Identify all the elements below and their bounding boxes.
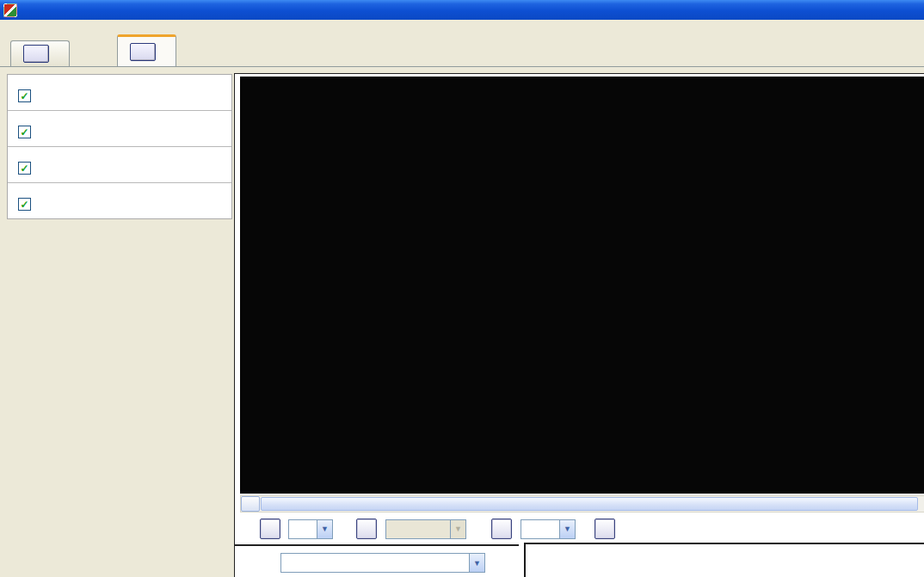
chart-panel: ▼ ▼ ▼ ▼ — [234, 73, 924, 577]
g-hotkey-button[interactable] — [260, 519, 280, 539]
wskaznik-select[interactable]: ▼ — [385, 519, 466, 539]
signal-checkbox[interactable]: ✓ — [18, 126, 31, 138]
signal-cisnienie: ✓ — [8, 111, 231, 147]
x-axis-labels — [240, 479, 924, 494]
signal-list: ✓ ✓ ✓ — [7, 74, 232, 219]
wykresy-select[interactable]: ▼ — [288, 519, 333, 539]
f11-key-icon — [23, 45, 49, 63]
tab-wykres[interactable] — [117, 34, 176, 66]
file-row: ▼ — [235, 544, 519, 577]
f5-key-icon — [130, 43, 156, 61]
title-bar — [0, 0, 924, 20]
scroll-left-button[interactable] — [241, 496, 260, 512]
chevron-down-icon[interactable]: ▼ — [450, 520, 465, 538]
chevron-down-icon[interactable]: ▼ — [317, 520, 332, 538]
chevron-down-icon[interactable]: ▼ — [559, 520, 575, 538]
chart-plot-area[interactable] — [240, 77, 924, 480]
signal-checkbox[interactable]: ✓ — [18, 198, 31, 211]
signal-checkbox[interactable]: ✓ — [18, 162, 31, 175]
signal-checkbox[interactable]: ✓ — [18, 89, 31, 102]
wykresy-select-value — [289, 520, 317, 538]
t-hotkey-button[interactable] — [594, 519, 615, 539]
tab-strip — [0, 20, 924, 67]
file-name-panel — [524, 543, 924, 577]
chart-controls-row: ▼ ▼ ▼ — [235, 513, 924, 544]
signal-masa-docelowa: ✓ — [8, 183, 231, 218]
scrollbar-thumb[interactable] — [261, 497, 918, 511]
skala-select[interactable]: ▼ — [521, 519, 576, 539]
r-hotkey-button[interactable] — [356, 519, 377, 539]
chart-horizontal-scrollbar[interactable] — [240, 495, 924, 513]
s-hotkey-button[interactable] — [491, 519, 512, 539]
chart-canvas — [240, 77, 924, 479]
tab-wybierz[interactable] — [10, 40, 70, 66]
plik-select-value — [281, 554, 469, 572]
skala-select-value — [521, 520, 559, 538]
signal-obroty-silnika: ✓ — [8, 75, 231, 111]
plik-select[interactable]: ▼ — [280, 553, 485, 573]
wskaznik-select-value — [386, 520, 450, 538]
app-icon — [3, 3, 17, 17]
app-window: ✓ ✓ ✓ — [0, 0, 924, 577]
signal-masa-mierzona: ✓ — [8, 147, 231, 183]
chevron-down-icon[interactable]: ▼ — [469, 554, 484, 572]
